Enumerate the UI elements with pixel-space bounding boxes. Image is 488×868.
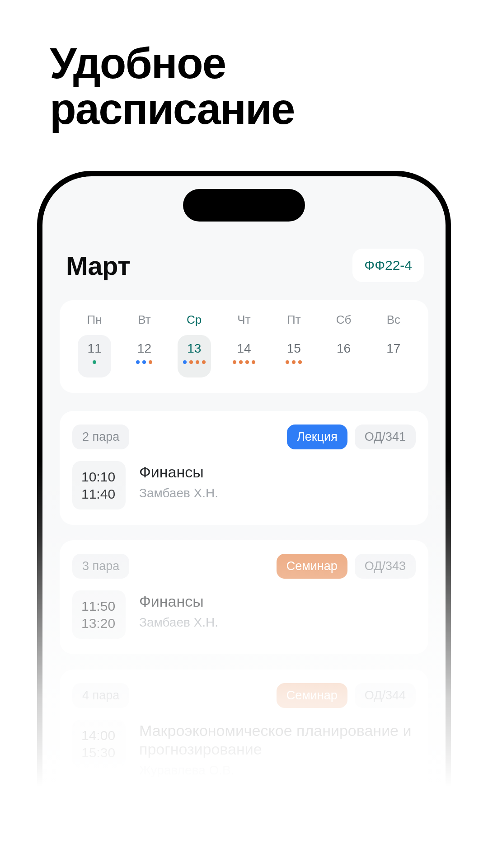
- type-chip: Семинар: [277, 554, 347, 579]
- week-strip: Пн11Вт12Ср13Чт14Пт15Сб16Вс17: [60, 300, 428, 393]
- event-dot-icon: [239, 360, 243, 364]
- time-box: 15:4017:10: [72, 859, 126, 868]
- lesson-card[interactable]: 3 параСеминарОД/34311:5013:20ФинансыЗамб…: [60, 540, 428, 654]
- room-chip: ОД/344: [355, 683, 416, 708]
- event-dot-icon: [189, 360, 193, 364]
- day-chip[interactable]: 17: [377, 335, 410, 377]
- hero-title: Удобное расписание: [50, 41, 295, 132]
- slot-chip: 3 пара: [72, 554, 129, 579]
- day-column[interactable]: Вт12: [119, 313, 169, 377]
- weekday-label: Вс: [387, 313, 400, 327]
- lesson-info: ФинансыЗамбаев Х.Н.: [139, 590, 218, 630]
- room-chip: ОД/214: [355, 822, 416, 847]
- time-start: 11:50: [81, 598, 117, 615]
- event-dot-icon: [149, 360, 152, 364]
- time-start: 14:00: [81, 727, 117, 744]
- lesson-tags: СеминарОД/344: [277, 683, 416, 708]
- day-column[interactable]: Ср13: [169, 313, 219, 377]
- event-dot-icon: [233, 360, 236, 364]
- lesson-header: 2 параЛекцияОД/341: [72, 425, 416, 449]
- lesson-card[interactable]: 2 параЛекцияОД/34110:1011:40ФинансыЗамба…: [60, 411, 428, 525]
- lesson-card[interactable]: 4 параСеминарОД/34414:0015:30Макроэконом…: [60, 670, 428, 793]
- day-column[interactable]: Сб16: [319, 313, 368, 377]
- weekday-label: Сб: [336, 313, 352, 327]
- event-dot-icon: [286, 360, 289, 364]
- lessons-list: 2 параЛекцияОД/34110:1011:40ФинансыЗамба…: [60, 411, 428, 868]
- day-chip[interactable]: 13: [178, 335, 211, 377]
- lesson-info: Макроэкономическое планирование и прогно…: [139, 720, 416, 778]
- phone-notch: [183, 189, 305, 222]
- group-selector[interactable]: ФФ22-4: [352, 249, 424, 282]
- day-chip[interactable]: 16: [327, 335, 361, 377]
- event-dot-icon: [142, 360, 146, 364]
- app-screen: Март ФФ22-4 Пн11Вт12Ср13Чт14Пт15Сб16Вс17…: [42, 176, 446, 868]
- time-start: 15:40: [81, 866, 117, 868]
- day-column[interactable]: Пт15: [269, 313, 319, 377]
- teacher: Замбаев Х.Н.: [139, 615, 218, 630]
- time-end: 15:30: [81, 744, 117, 761]
- type-chip: Семинар: [277, 683, 347, 708]
- day-column[interactable]: Чт14: [219, 313, 269, 377]
- day-number: 12: [137, 341, 151, 356]
- room-chip: ОД/341: [355, 425, 416, 449]
- slot-chip: 2 пара: [72, 425, 129, 449]
- time-end: 13:20: [81, 615, 117, 632]
- time-end: 11:40: [81, 486, 117, 503]
- lesson-card[interactable]: 5 параСеминарОД/21415:4017:10Эконометрик…: [60, 808, 428, 868]
- subject: Финансы: [139, 463, 218, 481]
- lesson-info: ФинансыЗамбаев Х.Н.: [139, 461, 218, 500]
- type-chip: Семинар: [277, 822, 347, 847]
- event-dot-icon: [245, 360, 249, 364]
- month-title[interactable]: Март: [66, 250, 130, 281]
- phone-frame: Март ФФ22-4 Пн11Вт12Ср13Чт14Пт15Сб16Вс17…: [37, 171, 451, 868]
- day-number: 15: [287, 341, 301, 356]
- teacher: Журавлева О.В.: [139, 763, 416, 778]
- event-dot-icon: [136, 360, 140, 364]
- lesson-tags: СеминарОД/343: [277, 554, 416, 579]
- event-dots: [233, 360, 255, 364]
- header-row: Март ФФ22-4: [60, 249, 428, 282]
- time-box: 14:0015:30: [72, 720, 126, 768]
- event-dot-icon: [252, 360, 255, 364]
- event-dot-icon: [196, 360, 199, 364]
- weekday-label: Пн: [87, 313, 102, 327]
- weekday-label: Пт: [287, 313, 301, 327]
- event-dots: [136, 360, 152, 364]
- time-start: 10:10: [81, 468, 117, 486]
- lesson-body: 10:1011:40ФинансыЗамбаев Х.Н.: [72, 461, 416, 509]
- day-number: 13: [187, 341, 201, 356]
- time-box: 10:1011:40: [72, 461, 126, 509]
- lesson-tags: СеминарОД/214: [277, 822, 416, 847]
- day-column[interactable]: Пн11: [70, 313, 119, 377]
- lesson-header: 3 параСеминарОД/343: [72, 554, 416, 579]
- subject: Макроэкономическое планирование и прогно…: [139, 722, 416, 759]
- day-number: 14: [237, 341, 251, 356]
- hero-line1: Удобное: [50, 39, 225, 87]
- subject: Финансы: [139, 592, 218, 611]
- event-dots: [286, 360, 302, 364]
- hero-line2: расписание: [50, 85, 295, 133]
- time-box: 11:5013:20: [72, 590, 126, 639]
- day-chip[interactable]: 12: [127, 335, 161, 377]
- event-dot-icon: [93, 360, 96, 364]
- day-chip[interactable]: 15: [277, 335, 310, 377]
- room-chip: ОД/343: [355, 554, 416, 579]
- subject: Эконометрика: [139, 860, 241, 868]
- lesson-body: 11:5013:20ФинансыЗамбаев Х.Н.: [72, 590, 416, 639]
- lesson-tags: ЛекцияОД/341: [287, 425, 416, 449]
- event-dot-icon: [183, 360, 187, 364]
- day-chip[interactable]: 14: [227, 335, 261, 377]
- day-number: 11: [88, 341, 102, 356]
- day-column[interactable]: Вс17: [369, 313, 418, 377]
- event-dot-icon: [292, 360, 296, 364]
- lesson-header: 5 параСеминарОД/214: [72, 822, 416, 847]
- event-dot-icon: [298, 360, 302, 364]
- event-dots: [93, 360, 96, 364]
- lesson-body: 14:0015:30Макроэкономическое планировани…: [72, 720, 416, 778]
- lesson-body: 15:4017:10ЭконометрикаСадыкова З.Ф.: [72, 859, 416, 868]
- slot-chip: 5 пара: [72, 822, 129, 847]
- event-dot-icon: [202, 360, 206, 364]
- slot-chip: 4 пара: [72, 683, 129, 708]
- type-chip: Лекция: [287, 425, 347, 449]
- day-chip[interactable]: 11: [78, 335, 111, 377]
